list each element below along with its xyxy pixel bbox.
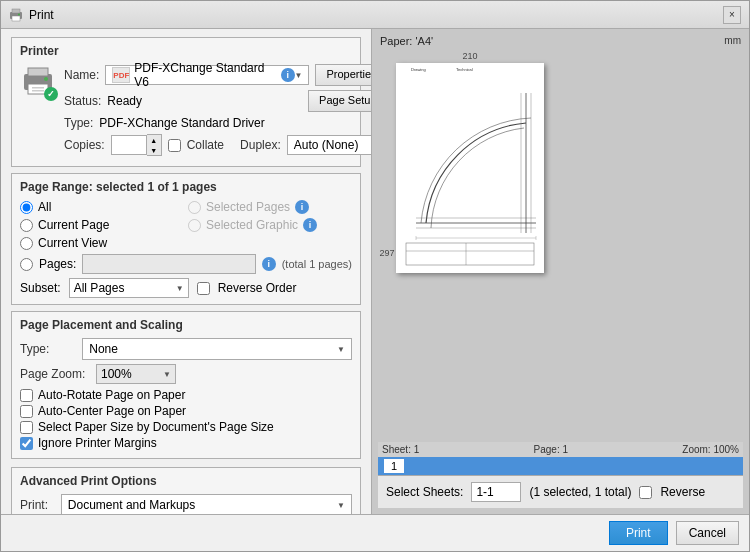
pdf-icon: PDF [112, 67, 130, 83]
print-button[interactable]: Print [609, 521, 668, 545]
printer-info-icon[interactable]: i [281, 68, 294, 82]
right-panel: Paper: 'A4' mm 210 297 [371, 29, 749, 514]
selected-count: 1 [147, 180, 154, 194]
status-value: Ready [107, 94, 142, 108]
close-button[interactable]: × [723, 6, 741, 24]
selected-graphic-label: Selected Graphic [206, 218, 298, 232]
preview-area: 297 [378, 63, 743, 442]
status-label: Status: [64, 94, 101, 108]
selected-pages-label: Selected Pages [206, 200, 290, 214]
svg-text:Technical: Technical [456, 67, 473, 72]
pages-input[interactable] [82, 254, 255, 274]
selected-pages-radio[interactable] [188, 201, 201, 214]
copies-down[interactable]: ▼ [147, 145, 161, 155]
subset-row: Subset: All Pages ▼ Reverse Order [20, 278, 352, 298]
duplex-label: Duplex: [240, 138, 281, 152]
cancel-button[interactable]: Cancel [676, 521, 739, 545]
dialog-body: Printer ✓ [1, 29, 749, 514]
svg-rect-1 [12, 9, 20, 13]
paper-sheet: Drawing Technical [396, 63, 544, 273]
print-dialog: Print × Printer [0, 0, 750, 552]
copies-spinner-buttons: ▲ ▼ [147, 134, 162, 156]
advanced-section: Advanced Print Options Print: Document a… [11, 467, 361, 514]
select-paper-row: Select Paper Size by Document's Page Siz… [20, 420, 352, 434]
page-range-label: Page Range: selected 1 of 1 pages [20, 180, 352, 194]
selected-pages-row: Selected Pages i [188, 200, 352, 214]
advanced-section-label: Advanced Print Options [20, 474, 352, 488]
type-label: Type: [64, 116, 93, 130]
sheet-info: Sheet: 1 [382, 444, 419, 455]
left-panel: Printer ✓ [1, 29, 371, 514]
current-page-row: Current Page [20, 218, 184, 232]
all-radio[interactable] [20, 201, 33, 214]
selected-pages-info[interactable]: i [295, 200, 309, 214]
properties-button[interactable]: Properties... [315, 64, 371, 86]
copies-label: Copies: [64, 138, 105, 152]
all-radio-row: All [20, 200, 184, 214]
sheet-nav-number[interactable]: 1 [384, 459, 404, 473]
page-setup-button[interactable]: Page Setup... [308, 90, 371, 112]
page-range-section: Page Range: selected 1 of 1 pages All Se… [11, 173, 361, 305]
name-label: Name: [64, 68, 99, 82]
printer-info: Name: PDF PDF-XChange Standard V6 i ▼ Pr… [64, 64, 371, 160]
pages-radio[interactable] [20, 258, 33, 271]
zoom-info: Zoom: 100% [682, 444, 739, 455]
current-view-label: Current View [38, 236, 107, 250]
current-view-radio[interactable] [20, 237, 33, 250]
copies-spinner[interactable]: 1 ▲ ▼ [111, 134, 162, 156]
subset-label: Subset: [20, 281, 61, 295]
selected-graphic-radio[interactable] [188, 219, 201, 232]
svg-text:Drawing: Drawing [411, 67, 426, 72]
current-page-radio[interactable] [20, 219, 33, 232]
auto-center-checkbox[interactable] [20, 405, 33, 418]
sheet-page-info: Sheet: 1 Page: 1 Zoom: 100% [378, 442, 743, 457]
select-paper-label: Select Paper Size by Document's Page Siz… [38, 420, 274, 434]
svg-rect-7 [32, 87, 44, 89]
print-value-combo[interactable]: Document and Markups ▼ [61, 494, 352, 514]
pages-info-icon[interactable]: i [262, 257, 276, 271]
reverse-order-checkbox[interactable] [197, 282, 210, 295]
ignore-margins-checkbox[interactable] [20, 437, 33, 450]
reverse-checkbox[interactable] [639, 486, 652, 499]
select-sheets-bar: Select Sheets: (1 selected, 1 total) Rev… [378, 475, 743, 508]
current-view-row: Current View [20, 236, 184, 250]
page-placement-label: Page Placement and Scaling [20, 318, 352, 332]
printer-section: Printer ✓ [11, 37, 361, 167]
page-info: Page: 1 [534, 444, 568, 455]
svg-rect-8 [32, 90, 44, 92]
adv-print-label: Print: [20, 498, 55, 512]
auto-rotate-label: Auto-Rotate Page on Paper [38, 388, 185, 402]
subset-combo[interactable]: All Pages ▼ [69, 278, 189, 298]
duplex-combo[interactable]: Auto (None) ▼ [287, 135, 371, 155]
select-paper-checkbox[interactable] [20, 421, 33, 434]
auto-center-row: Auto-Center Page on Paper [20, 404, 352, 418]
sheet-nav: 1 [378, 457, 743, 475]
selected-graphic-info[interactable]: i [303, 218, 317, 232]
collate-checkbox[interactable] [168, 139, 181, 152]
page-placement-section: Page Placement and Scaling Type: None ▼ … [11, 311, 361, 459]
paper-label: Paper: 'A4' [380, 35, 433, 47]
current-page-label: Current Page [38, 218, 109, 232]
selected-graphic-row: Selected Graphic i [188, 218, 352, 232]
placement-type-combo[interactable]: None ▼ [82, 338, 352, 360]
title-bar: Print × [1, 1, 749, 29]
printer-ready-icon: ✓ [44, 87, 58, 101]
print-row: Print: Document and Markups ▼ [20, 494, 352, 514]
copies-input[interactable]: 1 [111, 135, 147, 155]
page-range-text: Page Range: selected [20, 180, 144, 194]
ruler-v: 297 [378, 63, 396, 442]
reverse-order-label: Reverse Order [218, 281, 297, 295]
auto-rotate-checkbox[interactable] [20, 389, 33, 402]
zoom-combo[interactable]: 100% ▼ [96, 364, 176, 384]
of-pages: of 1 pages [157, 180, 216, 194]
printer-name-combo[interactable]: PDF PDF-XChange Standard V6 i ▼ [105, 65, 309, 85]
select-sheets-label: Select Sheets: [386, 485, 463, 499]
dialog-title: Print [29, 8, 54, 22]
svg-point-9 [44, 77, 48, 81]
type-value: PDF-XChange Standard Driver [99, 116, 264, 130]
copies-up[interactable]: ▲ [147, 135, 161, 145]
ruler-h-value: 210 [396, 51, 544, 61]
type-row: Type: None ▼ [20, 338, 352, 360]
page-range-options: All Selected Pages i Current Page Select… [20, 200, 352, 250]
select-sheets-input[interactable] [471, 482, 521, 502]
